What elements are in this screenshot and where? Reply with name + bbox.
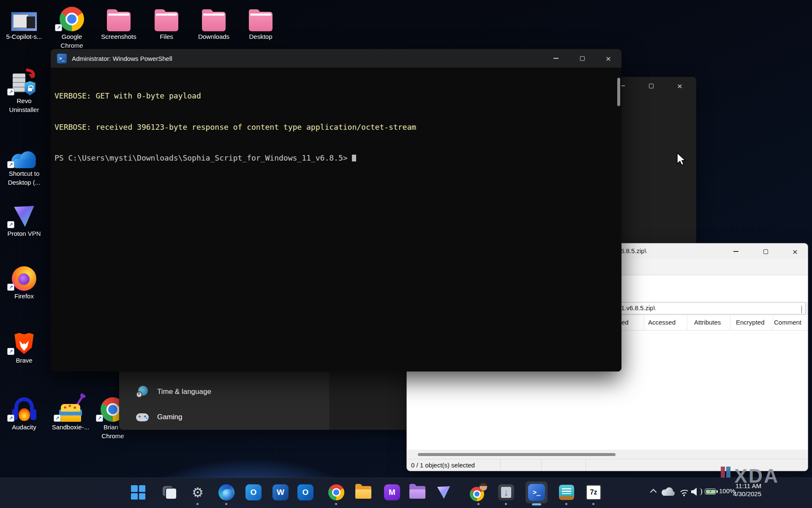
chrome-icon — [60, 7, 84, 31]
taskbar-mail[interactable]: M — [383, 483, 401, 502]
sidebar-item-label: Time & language — [157, 388, 211, 396]
minimize-icon[interactable] — [732, 246, 740, 257]
column-header[interactable]: Comment — [774, 319, 801, 326]
column-header[interactable]: Accessed — [648, 319, 676, 326]
icon-label: Brave — [2, 356, 46, 365]
taskbar-word[interactable]: W — [271, 483, 290, 502]
close-icon[interactable]: × — [791, 246, 799, 257]
desktop-icon-brave[interactable]: ↗ Brave — [2, 326, 46, 365]
icon-label: Shortcut to — [2, 169, 46, 178]
terminal-output[interactable]: VERBOSE: GET with 0-byte payload VERBOSE… — [51, 68, 621, 371]
running-indicator — [335, 503, 337, 505]
taskbar-file-explorer[interactable] — [354, 483, 373, 502]
desktop-icon-screenshots[interactable]: Screenshots — [97, 3, 141, 41]
firefox-icon — [12, 266, 36, 291]
folder-icon — [155, 12, 178, 31]
maximize-icon[interactable] — [569, 49, 595, 68]
desktop-icon-proton-vpn[interactable]: ↗ Proton VPN — [2, 199, 46, 238]
icon-label: Downloads — [192, 32, 236, 41]
status-text: 0 / 1 object(s) selected — [411, 462, 475, 469]
column-header[interactable]: ed — [621, 319, 629, 326]
desktop-icon-google-chrome[interactable]: ↗ Google Chrome — [50, 3, 94, 50]
minimize-icon[interactable] — [543, 49, 569, 68]
screenshot-thumbnail-icon — [11, 12, 37, 31]
task-view-button[interactable] — [161, 483, 179, 502]
column-header[interactable]: Attributes — [694, 319, 721, 326]
icon-label: Audacity — [2, 423, 46, 432]
desktop-icon-audacity[interactable]: ↗ Audacity — [2, 393, 46, 432]
running-indicator — [477, 503, 480, 505]
taskbar: ⚙ O W O M ↓ >_ 7z ⚡ 100% 11:11 AM 4/30/2… — [0, 478, 812, 508]
xda-watermark: XDA — [721, 467, 779, 485]
outlook-classic-icon: O — [297, 484, 313, 500]
taskbar-proton-vpn[interactable] — [434, 483, 453, 502]
shortcut-arrow-icon: ↗ — [7, 161, 14, 168]
terminal-prompt-line: PS C:\Users\mysti\Downloads\Sophia_Scrip… — [54, 153, 621, 164]
icon-label: Proton VPN — [2, 229, 46, 238]
scrollbar-thumb[interactable] — [418, 453, 616, 456]
wifi-icon[interactable] — [678, 487, 690, 497]
desktop-icon-5-copilot-screenshot[interactable]: 5-Copilot-s... — [2, 3, 46, 41]
desktop-icon-desktop[interactable]: Desktop — [239, 3, 283, 41]
taskbar-settings[interactable]: ⚙ — [188, 483, 207, 502]
running-indicator — [225, 503, 227, 505]
taskbar-seven-zip[interactable]: 7z — [584, 483, 603, 502]
battery-charging-icon[interactable]: ⚡ — [705, 489, 716, 494]
taskbar-chrome-profile[interactable] — [469, 483, 488, 502]
icon-label-line2: Chrome — [50, 41, 94, 50]
powershell-window-title: Administrator: Windows PowerShell — [72, 55, 172, 62]
close-icon[interactable]: × — [595, 49, 621, 68]
horizontal-scrollbar[interactable] — [407, 450, 808, 459]
shortcut-arrow-icon: ↗ — [7, 88, 14, 96]
tray-date: 4/30/2025 — [733, 490, 761, 498]
chevron-down-icon[interactable] — [801, 306, 802, 313]
taskbar-outlook-classic[interactable]: O — [296, 483, 315, 502]
file-explorer-icon — [355, 486, 371, 499]
onedrive-tray-icon[interactable] — [662, 487, 675, 496]
vertical-scrollbar-thumb[interactable] — [617, 78, 620, 106]
mail-icon: M — [384, 484, 400, 500]
desktop-icon-downloads[interactable]: Downloads — [192, 3, 236, 41]
avatar — [479, 483, 488, 491]
taskbar-powershell[interactable]: >_ — [527, 483, 546, 502]
desktop-icon-sandboxie[interactable]: ↗ Sandboxie-... — [49, 393, 93, 432]
desktop-icon-revo-uninstaller[interactable]: ↗ Revo Uninstaller — [2, 67, 46, 114]
sidebar-item-time-language[interactable]: Time & language — [136, 382, 211, 401]
xda-bracket-left-icon — [721, 467, 725, 478]
terminal-line: VERBOSE: received 396123-byte response o… — [54, 122, 621, 133]
icon-label: Desktop — [239, 32, 283, 41]
taskbar-edge[interactable] — [217, 483, 236, 502]
notepad-plus-plus-icon — [559, 485, 574, 500]
shortcut-arrow-icon: ↗ — [7, 348, 14, 355]
maximize-icon[interactable] — [647, 81, 655, 90]
desktop-icon-shortcut-to-desktop[interactable]: ↗ Shortcut to Desktop (... — [2, 139, 46, 187]
tray-chevron-up-icon[interactable] — [650, 489, 657, 496]
taskbar-purple-folder[interactable] — [408, 483, 427, 502]
shortcut-arrow-icon: ↗ — [55, 24, 62, 31]
folder-icon — [249, 12, 272, 31]
icon-label: Revo — [2, 96, 46, 105]
icon-label: 5-Copilot-s... — [2, 32, 46, 41]
taskbar-notepad-plus-plus[interactable] — [557, 483, 576, 502]
xda-bracket-right-icon — [726, 467, 730, 478]
taskbar-installer[interactable]: ↓ — [497, 483, 515, 502]
taskbar-chrome[interactable] — [327, 483, 346, 502]
close-icon[interactable]: × — [676, 81, 684, 90]
gaming-icon — [136, 413, 149, 421]
column-header[interactable]: Encrypted — [736, 319, 765, 326]
icon-label: Firefox — [2, 292, 46, 300]
icon-label: Google — [50, 32, 94, 41]
desktop-icon-files[interactable]: Files — [144, 3, 188, 41]
start-button[interactable] — [129, 483, 147, 502]
sidebar-item-label: Gaming — [157, 413, 183, 421]
seven-zip-icon: 7z — [586, 485, 601, 500]
volume-icon[interactable] — [691, 488, 703, 496]
maximize-icon[interactable] — [761, 246, 770, 257]
sandboxie-icon — [58, 397, 83, 422]
shortcut-arrow-icon: ↗ — [7, 221, 14, 228]
taskbar-outlook-new[interactable]: O — [244, 483, 263, 502]
powershell-titlebar[interactable]: >_ Administrator: Windows PowerShell × — [51, 49, 621, 68]
desktop-icon-firefox[interactable]: ↗ Firefox — [2, 262, 46, 300]
sidebar-item-gaming[interactable]: Gaming — [136, 407, 183, 427]
revo-uninstaller-icon — [11, 70, 37, 96]
